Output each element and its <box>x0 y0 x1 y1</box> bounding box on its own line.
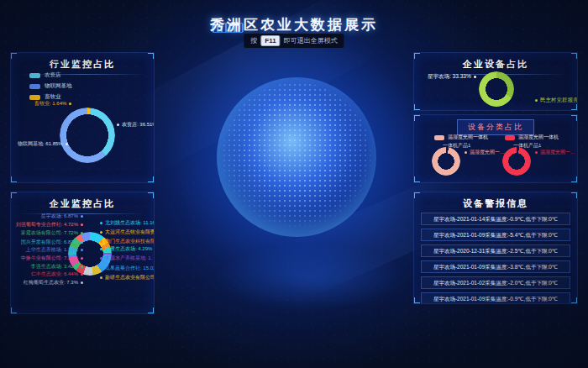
slice-label: 丰源水产养殖基地: 1. <box>100 255 152 261</box>
panel-device-ratio: 企业设备占比 星宇农场: 33.33% 民主村党群服务中心 <box>413 52 578 111</box>
alarm-row: 星宇农场-2020-12-31采集温度:-2.5℃,低于下限:0℃ <box>421 244 570 257</box>
slice-label: 瓜果蔬菜合作社: 15.02% <box>100 265 155 271</box>
corner-bracket <box>148 52 155 59</box>
industry-legend: 农资店 物联网基地 畜牧业 <box>29 71 72 104</box>
slice-label-agri-store: 农资店: 36.51% <box>117 122 155 128</box>
panel-title: 企业监控占比 <box>11 192 154 210</box>
legend-item[interactable]: 温湿度光照一体机 <box>434 134 488 141</box>
slice-label: 中焕牛业有限公司: 7.29% <box>21 255 83 261</box>
corner-bracket <box>413 104 420 111</box>
corner-bracket <box>571 297 578 304</box>
slice-label-minzhu: 民主村党群服务中心 <box>535 97 578 103</box>
legend-swatch <box>29 73 40 78</box>
legend-label: 物联网基地 <box>45 82 72 90</box>
legend-item[interactable]: 物联网基地 <box>29 82 72 90</box>
panel-enterprise-monitor-ratio: 企业监控占比 星宇农场: 6.87% 刘强葡萄专业合作社: 4.72% 家庭农场… <box>10 192 155 314</box>
industry-donut-chart <box>60 108 115 163</box>
slice-label-xingyu: 星宇农场: 33.33% <box>428 73 476 79</box>
fullscreen-hint: 按 F11 即可退出全屏模式 <box>244 34 344 48</box>
hint-prefix: 按 <box>250 36 257 45</box>
slice-label: 上华生态养殖场: 1.72% <box>26 247 83 253</box>
device-class-left-donut <box>432 147 460 176</box>
corner-bracket <box>571 52 578 59</box>
slice-label: 李强生态农场: 3.42% <box>31 264 83 270</box>
corner-bracket <box>413 114 420 121</box>
globe-visualization <box>217 77 376 237</box>
legend-swatch <box>29 84 40 89</box>
slice-label: 陶门生态农业科技有限公 <box>100 239 155 244</box>
device-class-right-donut <box>502 147 531 176</box>
f11-key-badge: F11 <box>260 35 280 46</box>
legend-label: 农资店 <box>45 71 61 79</box>
corner-bracket <box>571 114 578 121</box>
panel-industry-monitor-ratio: 行业监控占比 农资店 物联网基地 畜牧业 畜牧业: 1.64% 农资店: 36.… <box>10 52 155 183</box>
slice-label: 新研生态农业有限公司: 6.87% <box>100 275 155 281</box>
panel-title: 企业设备占比 <box>414 53 577 71</box>
legend-swatch <box>434 135 444 140</box>
slice-label: 温湿度光照一… <box>465 150 505 155</box>
slice-label: 大运河生态牧业有限责任公 <box>100 229 155 235</box>
corner-bracket <box>10 176 17 183</box>
legend-label: 温湿度光照一体机 <box>518 134 559 141</box>
panel-device-alarms: 设备警报信息 星宇农场-2021-01-14采集温度:-0.9℃,低于下限:0℃… <box>413 192 578 304</box>
legend-swatch <box>505 135 515 140</box>
corner-bracket <box>413 52 420 59</box>
floor-glow <box>214 244 407 311</box>
legend-item[interactable]: 温湿度光照一体机 <box>505 134 559 141</box>
alarm-row: 星宇农场-2021-01-02采集温度:-2.0℃,低于下限:0℃ <box>421 276 570 289</box>
legend-item[interactable]: 农资店 <box>29 71 72 79</box>
panel-device-classification: 设备分类占比 温湿度光照一体机 一体机产品1 温湿度光照一… 温湿度光照一体机 … <box>413 114 578 183</box>
slice-label: 北刘姚生态农场: 11.16% <box>100 220 155 226</box>
alarm-row: 星宇农场-2021-01-09采集温度:-0.9℃,低于下限:0℃ <box>421 292 570 304</box>
corner-bracket <box>413 192 420 198</box>
corner-bracket <box>571 192 578 198</box>
slice-label: 温湿度光照一… <box>535 150 575 155</box>
alarm-row: 星宇农场-2021-01-09采集温度:-5.4℃,低于下限:0℃ <box>421 229 570 241</box>
alarm-row: 星宇农场-2021-01-09采集温度:-3.8℃,低于下限:0℃ <box>421 260 570 273</box>
corner-bracket <box>10 192 17 198</box>
corner-bracket <box>10 308 17 314</box>
hint-suffix: 即可退出全屏模式 <box>284 36 338 45</box>
corner-bracket <box>148 308 155 314</box>
corner-bracket <box>413 297 420 304</box>
slice-label: 刘强葡萄专业合作社: 4.72% <box>16 222 83 228</box>
corner-bracket <box>148 176 155 183</box>
corner-bracket <box>413 176 420 183</box>
slice-label-livestock: 畜牧业: 1.64% <box>34 101 71 107</box>
legend-label: 畜牧业 <box>45 93 61 101</box>
slice-label-iot-base: 物联网基地: 61.85% <box>18 141 68 147</box>
slice-label: 鸿雁生态农场: 4.29% <box>100 246 152 252</box>
legend-item[interactable]: 畜牧业 <box>29 93 72 101</box>
corner-bracket <box>10 52 17 59</box>
slice-label: 国兴开发有限公司: 6.87% <box>21 239 83 245</box>
corner-bracket <box>571 176 578 183</box>
corner-bracket <box>571 104 578 111</box>
device-ratio-donut-chart <box>479 71 514 107</box>
slice-label: 家庭农场有限公司: 7.72% <box>21 230 83 236</box>
legend-label: 温湿度光照一体机 <box>448 134 488 141</box>
legend-swatch <box>29 95 40 100</box>
slice-label: 仁丰生态农业: 6.44% <box>31 271 83 277</box>
panel-title: 行业监控占比 <box>11 53 154 71</box>
slice-label: 红梅葡萄生态农业: 7.3% <box>24 280 83 286</box>
page-title: 秀洲区农业大数据展示 <box>0 15 588 34</box>
corner-bracket <box>148 192 155 198</box>
panel-title: 设备警报信息 <box>414 192 577 210</box>
alarm-row: 星宇农场-2021-01-14采集温度:-0.9℃,低于下限:0℃ <box>421 213 570 225</box>
slice-label: 星宇农场: 6.87% <box>41 213 83 219</box>
alarm-list[interactable]: 星宇农场-2021-01-14采集温度:-0.9℃,低于下限:0℃ 星宇农场-2… <box>421 213 570 304</box>
